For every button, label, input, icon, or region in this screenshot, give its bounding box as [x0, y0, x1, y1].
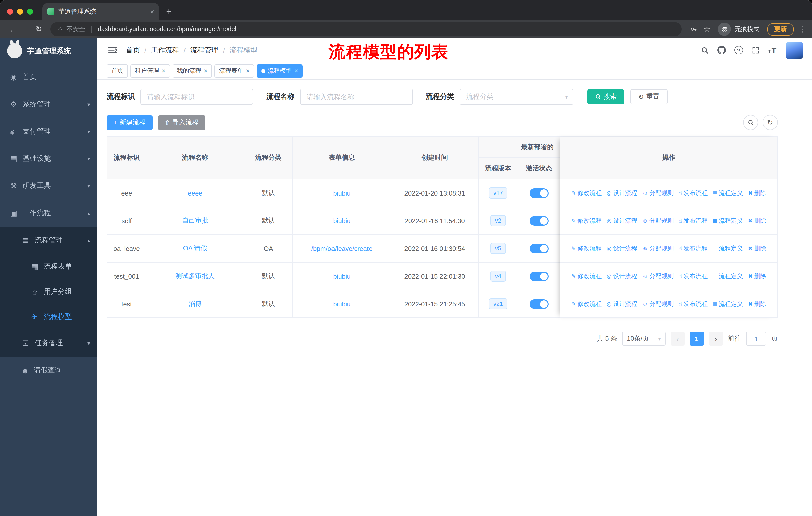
tab-close-icon[interactable]: × — [150, 7, 154, 16]
row-action-link[interactable]: ≣ 流程定义 — [713, 244, 743, 253]
status-toggle[interactable] — [529, 299, 549, 309]
create-process-button[interactable]: + 新建流程 — [107, 115, 152, 130]
process-name-link[interactable]: 自己审批 — [182, 216, 208, 225]
sidebar-item-dev-tools[interactable]: ⚒ 研发工具 ▾ — [0, 172, 97, 199]
bookmark-star-icon[interactable]: ☆ — [703, 25, 710, 34]
sidebar-item-payment-management[interactable]: ¥ 支付管理 ▾ — [0, 118, 97, 145]
browser-menu-kebab-icon[interactable]: ⋮ — [799, 25, 806, 34]
sidebar-item-task-management[interactable]: ☑ 任务管理 ▾ — [0, 330, 97, 357]
browser-tab[interactable]: 芋道管理系统 × — [42, 3, 159, 20]
tag-process-model[interactable]: 流程模型 × — [257, 64, 303, 77]
user-avatar[interactable] — [786, 42, 803, 59]
page-size-select[interactable]: 10条/页 ▾ — [622, 332, 666, 346]
sidebar-item-process-management[interactable]: ≣ 流程管理 ▴ — [0, 227, 97, 254]
tag-tenant-management[interactable]: 租户管理 × — [130, 64, 170, 77]
tag-close-icon[interactable]: × — [204, 67, 207, 75]
status-toggle[interactable] — [529, 188, 549, 198]
window-minimize-button[interactable] — [17, 8, 23, 15]
tag-close-icon[interactable]: × — [294, 67, 298, 75]
goto-page-input[interactable] — [746, 332, 766, 346]
process-name-input[interactable] — [300, 89, 413, 105]
row-action-link[interactable]: ☝ 发布流程 — [678, 300, 707, 308]
row-action-link[interactable]: ✎ 修改流程 — [571, 300, 602, 308]
sidebar-item-infrastructure[interactable]: ▤ 基础设施 ▾ — [0, 145, 97, 172]
github-icon[interactable] — [717, 46, 726, 54]
row-action-link[interactable]: ✎ 修改流程 — [571, 189, 602, 197]
process-id-input[interactable] — [141, 89, 253, 105]
row-action-link[interactable]: ☺ 分配规则 — [642, 272, 673, 280]
sidebar-item-home[interactable]: ◉ 首页 — [0, 63, 97, 91]
tag-close-icon[interactable]: × — [246, 67, 250, 75]
sidebar-item-process-form[interactable]: ▦ 流程表单 — [0, 254, 97, 279]
status-toggle[interactable] — [529, 271, 549, 281]
refresh-table-button[interactable]: ↻ — [763, 115, 778, 130]
row-action-link[interactable]: ◎ 设计流程 — [607, 300, 637, 308]
sidebar-item-user-group[interactable]: ☺ 用户分组 — [0, 279, 97, 304]
row-action-link[interactable]: ◎ 设计流程 — [607, 272, 637, 280]
password-key-icon[interactable] — [689, 25, 697, 33]
fullscreen-icon[interactable] — [751, 46, 759, 54]
form-info-link[interactable]: /bpm/oa/leave/create — [311, 245, 373, 252]
form-info-link[interactable]: biubiu — [333, 272, 350, 280]
page-1-button[interactable]: 1 — [690, 332, 704, 346]
search-button[interactable]: 搜索 — [587, 89, 624, 104]
process-name-link[interactable]: 测试多审批人 — [175, 272, 215, 281]
sidebar-item-workflow[interactable]: ▣ 工作流程 ▴ — [0, 199, 97, 227]
row-action-link[interactable]: ✎ 修改流程 — [571, 272, 602, 280]
process-category-select[interactable]: 流程分类 ▾ — [460, 89, 573, 105]
row-action-link[interactable]: ✖ 删除 — [748, 216, 766, 225]
sidebar-item-process-model[interactable]: ✈ 流程模型 — [0, 304, 97, 330]
row-action-link[interactable]: ☝ 发布流程 — [678, 244, 707, 253]
prev-page-button[interactable]: ‹ — [671, 332, 685, 346]
row-action-link[interactable]: ✖ 删除 — [748, 244, 766, 253]
sidebar-item-leave-query[interactable]: ☻ 请假查询 — [0, 357, 97, 384]
forward-button[interactable]: → — [19, 25, 32, 33]
help-icon[interactable]: ? — [734, 46, 743, 54]
window-close-button[interactable] — [7, 8, 13, 15]
url-text[interactable]: dashboard.yudao.iocoder.cn/bpm/manager/m… — [98, 26, 236, 33]
row-action-link[interactable]: ✎ 修改流程 — [571, 216, 602, 225]
new-tab-button[interactable]: + — [166, 6, 172, 17]
tag-my-process[interactable]: 我的流程 × — [172, 64, 212, 77]
breadcrumb-workflow[interactable]: 工作流程 — [151, 46, 179, 55]
row-action-link[interactable]: ◎ 设计流程 — [607, 189, 637, 197]
row-action-link[interactable]: ✖ 删除 — [748, 300, 766, 308]
browser-update-button[interactable]: 更新 — [767, 23, 794, 35]
breadcrumb-process-management[interactable]: 流程管理 — [190, 46, 219, 55]
next-page-button[interactable]: › — [709, 332, 723, 346]
reload-button[interactable]: ↻ — [32, 25, 45, 34]
address-bar[interactable]: ⚠ 不安全 dashboard.yudao.iocoder.cn/bpm/man… — [50, 22, 682, 36]
tag-close-icon[interactable]: × — [162, 67, 165, 75]
search-icon[interactable] — [700, 46, 708, 54]
row-action-link[interactable]: ☝ 发布流程 — [678, 189, 707, 197]
row-action-link[interactable]: ◎ 设计流程 — [607, 216, 637, 225]
form-info-link[interactable]: biubiu — [333, 300, 350, 308]
row-action-link[interactable]: ☺ 分配规则 — [642, 300, 673, 308]
row-action-link[interactable]: ≣ 流程定义 — [713, 300, 743, 308]
row-action-link[interactable]: ☝ 发布流程 — [678, 216, 707, 225]
tag-home[interactable]: 首页 — [107, 64, 128, 77]
toggle-search-button[interactable] — [743, 115, 758, 130]
process-name-link[interactable]: 滔博 — [188, 299, 202, 308]
row-action-link[interactable]: ✖ 删除 — [748, 272, 766, 280]
row-action-link[interactable]: ≣ 流程定义 — [713, 189, 743, 197]
font-size-icon[interactable]: TT — [768, 46, 776, 54]
window-zoom-button[interactable] — [27, 8, 33, 15]
row-action-link[interactable]: ≣ 流程定义 — [713, 216, 743, 225]
tag-process-form[interactable]: 流程表单 × — [214, 64, 254, 77]
not-secure-label[interactable]: 不安全 — [66, 25, 85, 33]
sidebar-item-system-management[interactable]: ⚙ 系统管理 ▾ — [0, 91, 97, 118]
sidebar-toggle-icon[interactable] — [108, 46, 117, 54]
row-action-link[interactable]: ☺ 分配规则 — [642, 189, 673, 197]
row-action-link[interactable]: ✖ 删除 — [748, 189, 766, 197]
form-info-link[interactable]: biubiu — [333, 189, 350, 197]
process-name-link[interactable]: OA 请假 — [183, 244, 207, 253]
row-action-link[interactable]: ☺ 分配规则 — [642, 244, 673, 253]
breadcrumb-home[interactable]: 首页 — [126, 46, 140, 55]
row-action-link[interactable]: ☝ 发布流程 — [678, 272, 707, 280]
row-action-link[interactable]: ✎ 修改流程 — [571, 244, 602, 253]
row-action-link[interactable]: ☺ 分配规则 — [642, 216, 673, 225]
reset-button[interactable]: ↻ 重置 — [630, 89, 668, 104]
row-action-link[interactable]: ◎ 设计流程 — [607, 244, 637, 253]
import-process-button[interactable]: ⇧ 导入流程 — [158, 115, 205, 130]
